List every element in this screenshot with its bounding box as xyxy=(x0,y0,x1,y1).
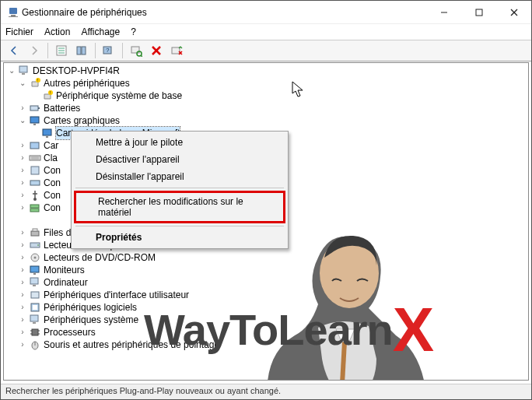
svg-rect-55 xyxy=(30,315,38,321)
minimize-button[interactable] xyxy=(426,1,461,23)
svg-rect-38 xyxy=(30,181,40,185)
tree-display-adapters[interactable]: ⌄Cartes graphiques xyxy=(7,114,528,127)
tree-label: Car xyxy=(44,139,58,152)
menu-properties[interactable]: Propriétés xyxy=(74,229,285,246)
tree-label: Moniteurs xyxy=(44,264,85,276)
menu-separator xyxy=(75,188,284,188)
close-button[interactable] xyxy=(496,1,531,23)
battery-icon xyxy=(29,102,41,114)
svg-rect-49 xyxy=(33,273,36,275)
expander-icon[interactable]: › xyxy=(18,228,27,237)
expander-icon[interactable]: › xyxy=(18,191,27,200)
svg-rect-0 xyxy=(9,8,17,14)
menu-file[interactable]: Fichier xyxy=(5,26,33,37)
scan-button[interactable] xyxy=(128,42,145,59)
menu-update-driver[interactable]: Mettre à jour le pilote xyxy=(74,134,285,151)
expander-icon[interactable]: › xyxy=(18,153,27,163)
forward-button[interactable] xyxy=(26,42,43,59)
uninstall-button[interactable] xyxy=(148,42,165,59)
expander-icon[interactable]: › xyxy=(18,315,27,325)
dvd-icon xyxy=(29,251,41,264)
context-menu: Mettre à jour le pilote Désactiver l'app… xyxy=(71,131,289,249)
tree-label: Batteries xyxy=(44,102,80,114)
tree-base-system-device[interactable]: !Périphérique système de base xyxy=(7,89,528,102)
software-icon xyxy=(29,301,41,314)
svg-text:?: ? xyxy=(106,47,110,54)
svg-rect-28 xyxy=(38,107,40,109)
svg-point-45 xyxy=(37,244,39,246)
menu-uninstall-device[interactable]: Désinstaller l'appareil xyxy=(74,168,285,185)
tree-system-devices[interactable]: ›Périphériques système xyxy=(7,314,528,326)
svg-rect-57 xyxy=(32,329,38,335)
toolbar-separator xyxy=(95,43,96,58)
card-icon xyxy=(29,139,41,152)
printer-icon xyxy=(29,226,41,239)
expander-icon[interactable]: › xyxy=(18,104,27,113)
tree-label: Con xyxy=(44,202,61,214)
tree-processors[interactable]: ›Processeurs xyxy=(7,326,528,339)
menu-action[interactable]: Action xyxy=(44,26,70,37)
expander-icon[interactable]: › xyxy=(18,141,27,150)
expander-icon[interactable]: › xyxy=(18,253,27,262)
tree-computer[interactable]: ›Ordinateur xyxy=(7,276,528,289)
expander-icon[interactable]: › xyxy=(18,303,27,312)
svg-rect-27 xyxy=(30,106,38,111)
tree-software-devices[interactable]: ›Périphériques logiciels xyxy=(7,301,528,314)
expander-icon[interactable]: › xyxy=(18,166,27,175)
expander-icon[interactable]: ⌄ xyxy=(18,79,27,88)
tree-root[interactable]: ⌄DESKTOP-HVPFI4R xyxy=(7,65,528,77)
properties-button[interactable] xyxy=(53,42,70,59)
display-icon xyxy=(41,127,54,139)
storage-icon xyxy=(29,202,41,214)
status-bar: Rechercher les périphériques Plug-and-Pl… xyxy=(1,384,531,399)
help-button[interactable]: ? xyxy=(100,42,117,59)
svg-rect-1 xyxy=(11,15,16,16)
svg-rect-11 xyxy=(77,47,81,54)
menu-view[interactable]: Affichage xyxy=(81,26,120,37)
menu-bar: Fichier Action Affichage ? xyxy=(1,24,531,40)
tree-other-devices[interactable]: ⌄!Autres périphériques xyxy=(7,77,528,89)
disable-button[interactable] xyxy=(168,42,185,59)
tree-label: Ordinateur xyxy=(44,276,88,289)
svg-line-17 xyxy=(141,55,142,57)
menu-scan-hardware[interactable]: Rechercher les modifications sur le maté… xyxy=(76,193,283,221)
expander-icon[interactable]: › xyxy=(18,240,27,250)
tree-hid[interactable]: ›Périphériques d'interface utilisateur xyxy=(7,289,528,301)
expander-icon[interactable]: › xyxy=(18,278,27,287)
expander-icon[interactable]: › xyxy=(18,340,27,349)
keyboard-icon xyxy=(29,152,41,164)
menu-disable-device[interactable]: Désactiver l'appareil xyxy=(74,151,285,168)
tree-pointing[interactable]: ›Souris et autres périphériques de point… xyxy=(7,339,528,351)
expander-icon[interactable]: › xyxy=(18,265,27,275)
display-icon xyxy=(29,114,41,127)
hid-icon xyxy=(29,289,41,301)
svg-rect-48 xyxy=(30,266,39,272)
expander-icon[interactable]: › xyxy=(18,178,27,188)
back-button[interactable] xyxy=(5,42,23,59)
svg-rect-32 xyxy=(46,136,48,138)
svg-point-47 xyxy=(34,257,37,259)
tree-batteries[interactable]: ›Batteries xyxy=(7,102,528,114)
tree-dvd-drives[interactable]: ›Lecteurs de DVD/CD-ROM xyxy=(7,251,528,264)
expander-icon[interactable]: ⌄ xyxy=(18,116,27,125)
show-hidden-button[interactable] xyxy=(73,42,90,59)
svg-rect-22 xyxy=(22,73,25,75)
toolbar-separator xyxy=(122,43,123,58)
svg-rect-31 xyxy=(43,129,51,135)
expander-icon[interactable]: › xyxy=(18,328,27,337)
maximize-button[interactable] xyxy=(461,1,496,23)
expander-icon[interactable]: › xyxy=(18,203,27,212)
generic-icon xyxy=(29,177,41,189)
tree-label: Cartes graphiques xyxy=(44,114,120,127)
status-text: Rechercher les périphériques Plug-and-Pl… xyxy=(5,386,281,395)
tree-monitors[interactable]: ›Moniteurs xyxy=(7,264,528,276)
expander-icon[interactable]: ⌄ xyxy=(7,66,16,75)
menu-help[interactable]: ? xyxy=(131,26,136,37)
svg-rect-56 xyxy=(33,322,36,324)
expander-icon[interactable]: › xyxy=(18,290,27,300)
disk-icon xyxy=(29,239,41,251)
tree-label: Con xyxy=(44,164,61,177)
warning-device-icon: ! xyxy=(29,77,41,89)
svg-rect-2 xyxy=(9,16,18,17)
tree-label: Lecteurs de DVD/CD-ROM xyxy=(44,251,156,264)
